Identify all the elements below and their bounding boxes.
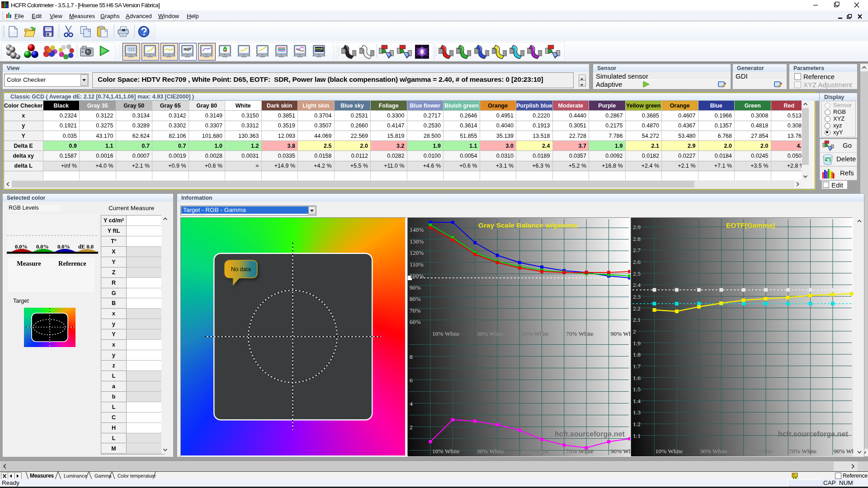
svg-text:Color temperature: Color temperature: [118, 473, 156, 479]
svg-text:1.1: 1.1: [633, 432, 641, 439]
svg-text:2.7: 2.7: [633, 247, 641, 253]
svg-text:0.0%: 0.0%: [36, 244, 49, 250]
svg-text:hcfr.sourceforge.net: hcfr.sourceforge.net: [778, 430, 848, 438]
svg-text:1.9: 1.9: [633, 340, 641, 347]
svg-text:1.7: 1.7: [633, 363, 641, 370]
svg-text:80%: 80%: [410, 296, 421, 302]
svg-text:30% White: 30% White: [700, 448, 727, 455]
svg-text:2.9: 2.9: [633, 224, 641, 230]
svg-text:Luminance: Luminance: [64, 473, 87, 479]
svg-text:2.8: 2.8: [633, 235, 641, 242]
svg-text:10% White: 10% White: [656, 448, 683, 455]
svg-text:2.3: 2.3: [633, 293, 641, 300]
svg-text:60%: 60%: [410, 319, 421, 325]
svg-text:50% White: 50% White: [745, 448, 772, 455]
svg-text:130%: 130%: [410, 238, 424, 245]
svg-text:50% White: 50% White: [521, 448, 549, 455]
svg-text:2.5: 2.5: [633, 270, 641, 277]
svg-text:10% White: 10% White: [432, 330, 460, 337]
svg-text:No data: No data: [231, 266, 251, 272]
svg-text:1.8: 1.8: [633, 351, 641, 358]
svg-text:Gray Scale Balance w/gamma: Gray Scale Balance w/gamma: [478, 221, 577, 229]
svg-text:1.4: 1.4: [633, 398, 641, 404]
svg-text:120%: 120%: [410, 249, 424, 256]
svg-text:90% Wh: 90% Wh: [610, 448, 630, 455]
svg-text:10% White: 10% White: [432, 448, 460, 455]
svg-text:EOTF(Gamma): EOTF(Gamma): [726, 221, 775, 229]
svg-text:8: 8: [410, 353, 413, 360]
svg-text:2.2: 2.2: [633, 305, 641, 312]
svg-text:30% White: 30% White: [477, 448, 505, 455]
svg-text:100%: 100%: [410, 272, 424, 279]
svg-text:2.4: 2.4: [633, 282, 641, 288]
svg-text:70% White: 70% White: [566, 330, 594, 337]
svg-text:2.1: 2.1: [633, 316, 641, 323]
svg-text:Gamma: Gamma: [94, 473, 112, 479]
svg-text:140%: 140%: [410, 226, 424, 233]
svg-text:Measures: Measures: [30, 473, 54, 479]
svg-text:0.0%: 0.0%: [15, 244, 28, 250]
svg-text:dE 0.0: dE 0.0: [78, 244, 94, 250]
svg-text:90%: 90%: [410, 284, 421, 291]
svg-text:2.6: 2.6: [633, 258, 641, 265]
svg-text:70%: 70%: [410, 307, 421, 314]
svg-text:4: 4: [410, 400, 413, 407]
svg-text:1.3: 1.3: [633, 409, 641, 416]
svg-text:1.6: 1.6: [633, 375, 641, 381]
svg-text:6: 6: [410, 377, 413, 384]
svg-text:90% Wh: 90% Wh: [834, 448, 853, 455]
svg-text:30% White: 30% White: [477, 330, 505, 337]
svg-text:70% White: 70% White: [789, 448, 816, 455]
svg-text:1.5: 1.5: [633, 386, 641, 393]
svg-text:50% White: 50% White: [521, 330, 549, 337]
svg-text:1.2: 1.2: [633, 421, 641, 427]
svg-text:hcfr.sourceforge.net: hcfr.sourceforge.net: [555, 430, 625, 438]
svg-text:2: 2: [633, 328, 636, 335]
svg-text:70% White: 70% White: [566, 448, 594, 455]
svg-text:0.0%: 0.0%: [57, 244, 70, 250]
svg-text:110%: 110%: [410, 261, 424, 268]
svg-text:90% Wh: 90% Wh: [610, 330, 630, 337]
svg-text:2: 2: [410, 424, 413, 431]
